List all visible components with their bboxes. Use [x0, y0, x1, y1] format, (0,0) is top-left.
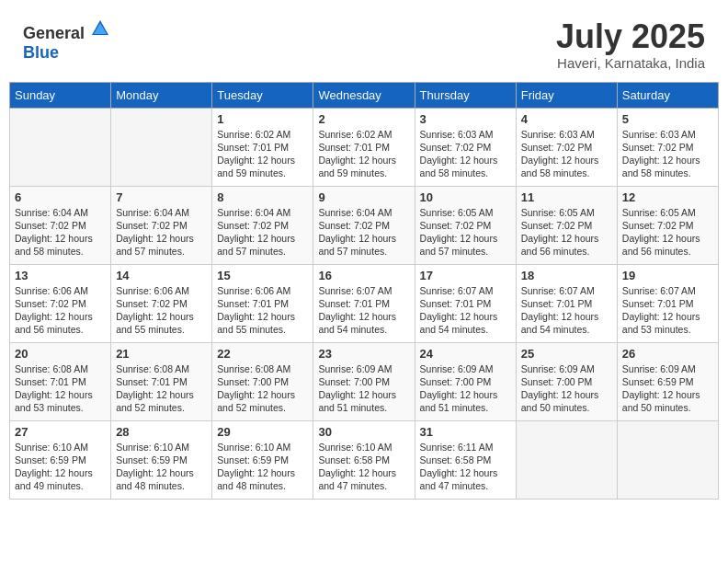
day-number: 2	[318, 112, 409, 126]
day-detail: Sunrise: 6:07 AMSunset: 7:01 PMDaylight:…	[318, 284, 409, 337]
calendar-day-cell: 4Sunrise: 6:03 AMSunset: 7:02 PMDaylight…	[516, 108, 617, 186]
day-number: 14	[116, 269, 207, 282]
day-detail: Sunrise: 6:05 AMSunset: 7:02 PMDaylight:…	[521, 206, 612, 259]
day-number: 21	[116, 347, 207, 361]
day-number: 12	[622, 190, 713, 204]
calendar-day-cell: 23Sunrise: 6:09 AMSunset: 7:00 PMDayligh…	[313, 342, 415, 420]
day-detail: Sunrise: 6:08 AMSunset: 7:01 PMDaylight:…	[15, 362, 106, 415]
day-number: 23	[318, 347, 409, 361]
calendar-day-cell: 31Sunrise: 6:11 AMSunset: 6:58 PMDayligh…	[415, 420, 516, 499]
page-header: General Blue July 2025 Haveri, Karnataka…	[9, 9, 719, 78]
calendar-day-cell	[617, 420, 718, 499]
day-of-week-header: Friday	[516, 82, 617, 108]
day-number: 26	[622, 347, 713, 361]
day-number: 29	[217, 425, 308, 439]
calendar-day-cell: 26Sunrise: 6:09 AMSunset: 6:59 PMDayligh…	[617, 342, 718, 420]
calendar-week-row: 13Sunrise: 6:06 AMSunset: 7:02 PMDayligh…	[10, 264, 719, 342]
day-number: 19	[622, 269, 713, 282]
day-number: 10	[420, 190, 511, 204]
calendar-week-row: 20Sunrise: 6:08 AMSunset: 7:01 PMDayligh…	[10, 342, 719, 420]
calendar-week-row: 27Sunrise: 6:10 AMSunset: 6:59 PMDayligh…	[10, 420, 719, 499]
day-detail: Sunrise: 6:09 AMSunset: 6:59 PMDaylight:…	[622, 362, 713, 415]
calendar-day-cell: 1Sunrise: 6:02 AMSunset: 7:01 PMDaylight…	[212, 108, 313, 186]
day-number: 31	[420, 425, 511, 439]
day-detail: Sunrise: 6:06 AMSunset: 7:01 PMDaylight:…	[217, 284, 308, 337]
day-number: 15	[217, 269, 308, 282]
day-number: 9	[318, 190, 409, 204]
calendar-week-row: 6Sunrise: 6:04 AMSunset: 7:02 PMDaylight…	[10, 186, 719, 264]
day-number: 6	[15, 190, 106, 204]
calendar-day-cell: 7Sunrise: 6:04 AMSunset: 7:02 PMDaylight…	[111, 186, 212, 264]
day-detail: Sunrise: 6:04 AMSunset: 7:02 PMDaylight:…	[318, 206, 409, 259]
logo-blue: Blue	[23, 43, 59, 62]
day-detail: Sunrise: 6:08 AMSunset: 7:01 PMDaylight:…	[116, 362, 207, 415]
location: Haveri, Karnataka, India	[556, 55, 705, 71]
day-detail: Sunrise: 6:02 AMSunset: 7:01 PMDaylight:…	[217, 128, 308, 180]
calendar-day-cell	[111, 108, 212, 186]
calendar-header-row: SundayMondayTuesdayWednesdayThursdayFrid…	[10, 82, 719, 108]
day-detail: Sunrise: 6:05 AMSunset: 7:02 PMDaylight:…	[420, 206, 511, 259]
calendar-day-cell: 2Sunrise: 6:02 AMSunset: 7:01 PMDaylight…	[313, 108, 415, 186]
day-detail: Sunrise: 6:10 AMSunset: 6:58 PMDaylight:…	[318, 441, 409, 493]
day-number: 13	[15, 269, 106, 282]
title-block: July 2025 Haveri, Karnataka, India	[556, 18, 705, 71]
calendar-day-cell	[516, 420, 617, 499]
calendar-day-cell: 21Sunrise: 6:08 AMSunset: 7:01 PMDayligh…	[111, 342, 212, 420]
calendar-week-row: 1Sunrise: 6:02 AMSunset: 7:01 PMDaylight…	[10, 108, 719, 186]
month-year: July 2025	[556, 18, 705, 55]
day-detail: Sunrise: 6:07 AMSunset: 7:01 PMDaylight:…	[521, 284, 612, 337]
logo-general: General	[23, 24, 85, 42]
day-detail: Sunrise: 6:10 AMSunset: 6:59 PMDaylight:…	[217, 441, 308, 493]
calendar-day-cell: 17Sunrise: 6:07 AMSunset: 7:01 PMDayligh…	[415, 264, 516, 342]
day-detail: Sunrise: 6:06 AMSunset: 7:02 PMDaylight:…	[116, 284, 207, 337]
day-of-week-header: Tuesday	[212, 82, 313, 108]
day-detail: Sunrise: 6:05 AMSunset: 7:02 PMDaylight:…	[622, 206, 713, 259]
day-of-week-header: Wednesday	[313, 82, 415, 108]
day-number: 7	[116, 190, 207, 204]
day-of-week-header: Sunday	[10, 82, 111, 108]
day-number: 28	[116, 425, 207, 439]
day-detail: Sunrise: 6:04 AMSunset: 7:02 PMDaylight:…	[217, 206, 308, 259]
logo-text: General Blue	[23, 18, 110, 63]
day-number: 22	[217, 347, 308, 361]
day-detail: Sunrise: 6:10 AMSunset: 6:59 PMDaylight:…	[15, 441, 106, 493]
day-detail: Sunrise: 6:10 AMSunset: 6:59 PMDaylight:…	[116, 441, 207, 493]
calendar-day-cell: 12Sunrise: 6:05 AMSunset: 7:02 PMDayligh…	[617, 186, 718, 264]
day-number: 3	[420, 112, 511, 126]
day-number: 17	[420, 269, 511, 282]
calendar-day-cell: 20Sunrise: 6:08 AMSunset: 7:01 PMDayligh…	[10, 342, 111, 420]
day-number: 16	[318, 269, 409, 282]
day-detail: Sunrise: 6:11 AMSunset: 6:58 PMDaylight:…	[420, 441, 511, 493]
day-of-week-header: Monday	[111, 82, 212, 108]
logo: General Blue	[23, 18, 110, 63]
calendar-day-cell: 18Sunrise: 6:07 AMSunset: 7:01 PMDayligh…	[516, 264, 617, 342]
calendar-day-cell: 13Sunrise: 6:06 AMSunset: 7:02 PMDayligh…	[10, 264, 111, 342]
calendar-day-cell: 5Sunrise: 6:03 AMSunset: 7:02 PMDaylight…	[617, 108, 718, 186]
calendar-day-cell: 8Sunrise: 6:04 AMSunset: 7:02 PMDaylight…	[212, 186, 313, 264]
day-number: 30	[318, 425, 409, 439]
calendar-day-cell: 3Sunrise: 6:03 AMSunset: 7:02 PMDaylight…	[415, 108, 516, 186]
day-detail: Sunrise: 6:03 AMSunset: 7:02 PMDaylight:…	[420, 128, 511, 180]
day-number: 11	[521, 190, 612, 204]
calendar-day-cell	[10, 108, 111, 186]
day-detail: Sunrise: 6:09 AMSunset: 7:00 PMDaylight:…	[318, 362, 409, 415]
calendar-day-cell: 10Sunrise: 6:05 AMSunset: 7:02 PMDayligh…	[415, 186, 516, 264]
day-number: 25	[521, 347, 612, 361]
calendar-day-cell: 22Sunrise: 6:08 AMSunset: 7:00 PMDayligh…	[212, 342, 313, 420]
day-number: 24	[420, 347, 511, 361]
calendar-table: SundayMondayTuesdayWednesdayThursdayFrid…	[9, 82, 719, 500]
day-detail: Sunrise: 6:06 AMSunset: 7:02 PMDaylight:…	[15, 284, 106, 337]
day-of-week-header: Thursday	[415, 82, 516, 108]
day-of-week-header: Saturday	[617, 82, 718, 108]
calendar-day-cell: 24Sunrise: 6:09 AMSunset: 7:00 PMDayligh…	[415, 342, 516, 420]
day-number: 5	[622, 112, 713, 126]
calendar-day-cell: 15Sunrise: 6:06 AMSunset: 7:01 PMDayligh…	[212, 264, 313, 342]
day-number: 1	[217, 112, 308, 126]
logo-icon	[90, 18, 110, 39]
calendar-day-cell: 28Sunrise: 6:10 AMSunset: 6:59 PMDayligh…	[111, 420, 212, 499]
calendar-day-cell: 16Sunrise: 6:07 AMSunset: 7:01 PMDayligh…	[313, 264, 415, 342]
day-detail: Sunrise: 6:03 AMSunset: 7:02 PMDaylight:…	[521, 128, 612, 180]
day-detail: Sunrise: 6:07 AMSunset: 7:01 PMDaylight:…	[420, 284, 511, 337]
calendar-day-cell: 29Sunrise: 6:10 AMSunset: 6:59 PMDayligh…	[212, 420, 313, 499]
day-detail: Sunrise: 6:02 AMSunset: 7:01 PMDaylight:…	[318, 128, 409, 180]
